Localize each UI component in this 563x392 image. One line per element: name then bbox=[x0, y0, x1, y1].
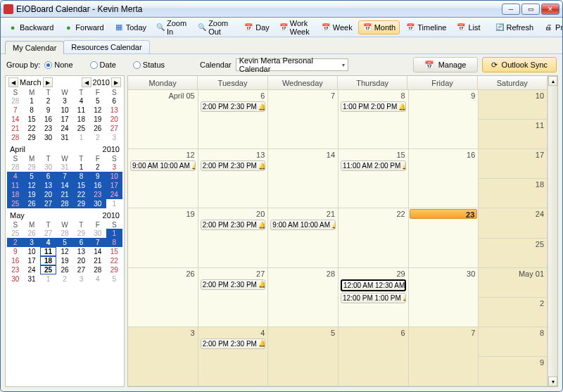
mini-day[interactable]: 23 bbox=[40, 124, 56, 133]
mini-day[interactable]: 11 bbox=[73, 106, 89, 115]
mini-day[interactable]: 1 bbox=[73, 133, 89, 142]
close-button[interactable] bbox=[541, 4, 559, 15]
mini-day[interactable]: 17 bbox=[23, 256, 39, 265]
mini-day[interactable]: 6 bbox=[73, 238, 89, 247]
mini-day[interactable]: 28 bbox=[56, 229, 72, 238]
mini-day[interactable]: 1 bbox=[106, 199, 122, 208]
calendar-cell[interactable]: 42:00 PM 2:30 PM🔔 bbox=[198, 327, 269, 386]
mini-day[interactable]: 2 bbox=[7, 238, 23, 247]
tab-resources-calendar[interactable]: Resources Calendar bbox=[63, 40, 149, 53]
mini-day[interactable]: 2 bbox=[89, 133, 106, 142]
mini-day[interactable]: 28 bbox=[89, 265, 106, 274]
mini-day[interactable]: 27 bbox=[40, 199, 56, 208]
mini-calendar-may[interactable]: May2010SMTWTFS25262728293012345678910111… bbox=[7, 211, 122, 284]
appointment[interactable]: 12:00 PM 1:00 PM🔔 bbox=[341, 293, 406, 303]
mini-day[interactable]: 29 bbox=[73, 199, 89, 208]
week-view-button[interactable]: Week bbox=[317, 20, 357, 34]
mini-day[interactable]: 17 bbox=[106, 181, 122, 190]
month-view-button[interactable]: Month bbox=[358, 20, 400, 34]
group-date-radio[interactable]: Date bbox=[90, 61, 116, 69]
mini-day[interactable]: 30 bbox=[7, 274, 23, 284]
prev-year-button[interactable]: ◀ bbox=[82, 77, 91, 87]
forward-button[interactable]: Forward bbox=[59, 20, 108, 34]
mini-calendar-march[interactable]: SMTWTFS281234567891011121314151617181920… bbox=[7, 89, 122, 142]
weekend-cell[interactable]: May 012 bbox=[479, 268, 548, 327]
maximize-button[interactable] bbox=[521, 4, 540, 15]
appointment[interactable]: 2:00 PM 2:30 PM🔔 bbox=[201, 339, 266, 349]
mini-day[interactable]: 13 bbox=[73, 247, 89, 256]
calendar-cell[interactable]: 5 bbox=[268, 327, 339, 386]
mini-day[interactable]: 15 bbox=[106, 247, 122, 256]
mini-day[interactable]: 7 bbox=[89, 238, 106, 247]
group-none-radio[interactable]: None bbox=[44, 61, 72, 69]
mini-day[interactable]: 10 bbox=[56, 106, 72, 115]
refresh-button[interactable]: Refresh bbox=[491, 20, 538, 34]
mini-day[interactable]: 18 bbox=[40, 256, 56, 265]
mini-day[interactable]: 28 bbox=[7, 96, 23, 106]
calendar-cell[interactable]: 2912:00 AM 12:30 AM🔔12:00 PM 1:00 PM🔔 bbox=[339, 268, 409, 327]
mini-day[interactable]: 26 bbox=[89, 124, 106, 133]
mini-day[interactable]: 27 bbox=[73, 265, 89, 274]
mini-day[interactable]: 9 bbox=[7, 247, 23, 256]
timeline-view-button[interactable]: Timeline bbox=[401, 20, 450, 34]
mini-day[interactable]: 23 bbox=[89, 190, 106, 199]
mini-day[interactable]: 24 bbox=[56, 124, 72, 133]
mini-day[interactable]: 6 bbox=[106, 96, 122, 106]
weekend-cell[interactable]: 1718 bbox=[479, 149, 548, 208]
calendar-cell[interactable]: 16 bbox=[409, 149, 479, 208]
calendar-cell[interactable]: 6 bbox=[339, 327, 409, 386]
list-view-button[interactable]: List bbox=[452, 20, 484, 34]
weekend-cell[interactable]: 1011 bbox=[479, 90, 548, 148]
mini-day[interactable]: 27 bbox=[40, 229, 56, 238]
calendar-cell[interactable]: 14 bbox=[268, 149, 339, 208]
mini-day[interactable]: 14 bbox=[7, 115, 23, 124]
mini-day[interactable]: 23 bbox=[7, 265, 23, 274]
mini-day[interactable]: 5 bbox=[56, 238, 72, 247]
minimize-button[interactable] bbox=[502, 4, 520, 15]
calendar-cell[interactable]: 9 bbox=[409, 90, 479, 148]
day-view-button[interactable]: Day bbox=[239, 20, 274, 34]
mini-day[interactable]: 19 bbox=[56, 256, 72, 265]
calendar-cell[interactable]: 30 bbox=[409, 268, 479, 327]
appointment[interactable]: 2:00 PM 2:30 PM🔔 bbox=[201, 160, 266, 171]
calendar-cell[interactable]: 7 bbox=[409, 327, 479, 386]
mini-day[interactable]: 9 bbox=[40, 106, 56, 115]
mini-day[interactable]: 21 bbox=[56, 190, 72, 199]
mini-day[interactable]: 8 bbox=[106, 238, 122, 247]
next-year-button[interactable]: ▶ bbox=[111, 77, 121, 87]
mini-day[interactable]: 28 bbox=[7, 133, 23, 142]
mini-day[interactable]: 5 bbox=[106, 274, 122, 284]
mini-day[interactable]: 30 bbox=[89, 199, 106, 208]
mini-day[interactable]: 2 bbox=[40, 96, 56, 106]
mini-day[interactable]: 13 bbox=[40, 181, 56, 190]
mini-day[interactable]: 31 bbox=[56, 163, 72, 172]
mini-day[interactable]: 30 bbox=[89, 229, 106, 238]
mini-day[interactable]: 27 bbox=[106, 124, 122, 133]
mini-day[interactable]: 29 bbox=[73, 229, 89, 238]
mini-day[interactable]: 29 bbox=[106, 265, 122, 274]
zoom-in-button[interactable]: Zoom In bbox=[152, 17, 192, 38]
mini-day[interactable]: 25 bbox=[73, 124, 89, 133]
mini-day[interactable]: 10 bbox=[106, 172, 122, 181]
manage-button[interactable]: 📅Manage bbox=[413, 57, 478, 72]
mini-day[interactable]: 31 bbox=[56, 133, 72, 142]
mini-day[interactable]: 25 bbox=[7, 229, 23, 238]
mini-day[interactable]: 17 bbox=[56, 115, 72, 124]
zoom-out-button[interactable]: Zoom Out bbox=[194, 17, 234, 38]
calendar-cell[interactable]: 28 bbox=[268, 268, 339, 327]
mini-day[interactable]: 28 bbox=[56, 199, 72, 208]
mini-day[interactable]: 7 bbox=[56, 172, 72, 181]
scroll-down-button[interactable]: ▾ bbox=[548, 377, 557, 386]
mini-day[interactable]: 18 bbox=[7, 190, 23, 199]
calendar-cell[interactable]: 22 bbox=[339, 208, 409, 267]
calendar-cell[interactable]: 132:00 PM 2:30 PM🔔 bbox=[198, 149, 269, 208]
weekend-cell[interactable]: 2425 bbox=[479, 208, 548, 267]
mini-day[interactable]: 13 bbox=[106, 106, 122, 115]
calendar-cell[interactable]: 19 bbox=[128, 208, 198, 267]
mini-day[interactable]: 29 bbox=[23, 133, 39, 142]
mini-day[interactable]: 4 bbox=[89, 274, 106, 284]
mini-day[interactable]: 4 bbox=[7, 172, 23, 181]
mini-day[interactable]: 3 bbox=[106, 133, 122, 142]
print-button[interactable]: Print bbox=[539, 20, 563, 34]
mini-day[interactable]: 20 bbox=[106, 115, 122, 124]
